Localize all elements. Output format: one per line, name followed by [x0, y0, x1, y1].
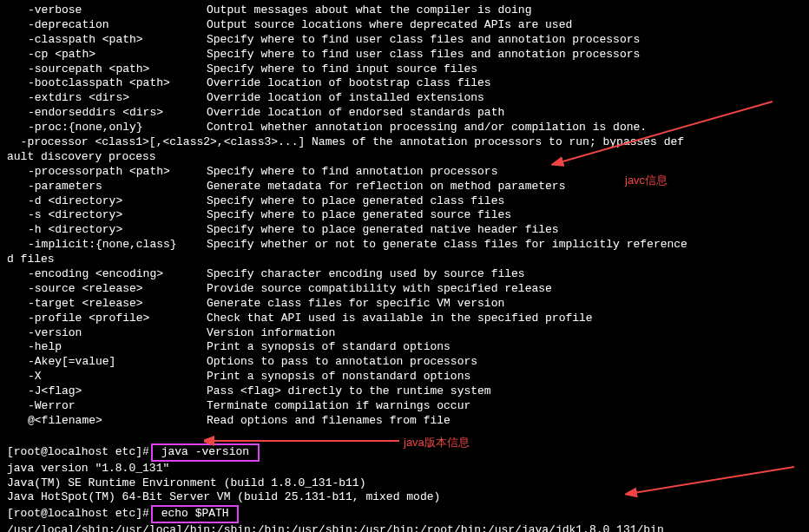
option-key: -J<flag> — [7, 384, 207, 399]
option-key: -X — [7, 370, 207, 384]
option-desc: Specify where to find user class files a… — [207, 48, 640, 62]
option-line: -s <directory>Specify where to place gen… — [7, 208, 802, 223]
path-output: /usr/local/sbin:/usr/local/bin:/sbin:/bi… — [7, 523, 802, 532]
option-line: -verboseOutput messages about what the c… — [7, 3, 802, 18]
option-line: -bootclasspath <path>Override location o… — [7, 76, 802, 91]
option-desc: Specify where to find input source files — [207, 62, 477, 77]
arrow-to-java-version-output — [204, 425, 404, 451]
option-key: @<filename> — [7, 414, 207, 429]
option-key: -processorpath <path> — [7, 165, 207, 180]
option-line: @<filename>Read options and filenames fr… — [7, 414, 802, 429]
option-line: -sourcepath <path>Specify where to find … — [7, 62, 802, 77]
option-implicit: -implicit:{none,class} Specify whether o… — [7, 238, 802, 253]
option-key: -verbose — [7, 3, 207, 18]
option-desc: Provide source compatibility with specif… — [207, 282, 552, 297]
option-key: -parameters — [7, 180, 207, 194]
option-desc: Version information — [207, 326, 335, 341]
option-line: -target <release>Generate class files fo… — [7, 297, 802, 312]
option-key: -d <directory> — [7, 194, 207, 209]
option-key: -source <release> — [7, 282, 207, 297]
option-desc: Print a synopsis of standard options — [207, 340, 451, 355]
option-line: -XPrint a synopsis of nonstandard option… — [7, 370, 802, 384]
option-key: -s <directory> — [7, 208, 207, 223]
terminal-output: -verboseOutput messages about what the c… — [7, 3, 802, 532]
svg-line-0 — [560, 102, 773, 162]
option-line: -versionVersion information — [7, 326, 802, 341]
option-line: -profile <profile>Check that API used is… — [7, 312, 802, 326]
option-line: -source <release>Provide source compatib… — [7, 282, 802, 297]
option-key: -Akey[=value] — [7, 355, 207, 370]
option-key: -extdirs <dirs> — [7, 91, 207, 106]
option-line: -h <directory>Specify where to place gen… — [7, 223, 802, 238]
option-desc: Specify where to place generated native … — [207, 223, 559, 238]
option-desc: Generate class files for specific VM ver… — [207, 297, 504, 312]
arrow-to-javc-annotation — [551, 97, 777, 175]
option-desc: Options to pass to annotation processors — [207, 355, 477, 370]
option-line: -classpath <path>Specify where to find u… — [7, 33, 802, 48]
option-desc: Specify whether or not to generate class… — [207, 238, 687, 253]
prompt-line-echo-path: [root@localhost etc]# echo $PATH — [7, 505, 802, 523]
option-key: -sourcepath <path> — [7, 62, 207, 77]
option-desc: Specify character encoding used by sourc… — [207, 267, 525, 282]
option-line: -helpPrint a synopsis of standard option… — [7, 340, 802, 355]
annotation-javc: javc信息 — [625, 174, 668, 188]
option-line: -d <directory>Specify where to place gen… — [7, 194, 802, 209]
option-desc: Specify where to place generated class f… — [207, 194, 504, 209]
annotation-java-version: java版本信息 — [404, 436, 470, 450]
option-key: -implicit:{none,class} — [7, 238, 207, 253]
shell-prompt: [root@localhost etc]# — [7, 445, 149, 458]
highlight-echo-path-cmd: echo $PATH — [151, 505, 240, 523]
option-key: -endorseddirs <dirs> — [7, 106, 207, 121]
option-line: -parametersGenerate metadata for reflect… — [7, 180, 802, 194]
option-desc: Output source locations where deprecated… — [207, 18, 572, 33]
option-desc: Override location of endorsed standards … — [207, 106, 504, 121]
option-key: -bootclasspath <path> — [7, 76, 207, 91]
option-desc: Specify where to place generated source … — [207, 208, 511, 223]
option-desc: Output messages about what the compiler … — [207, 3, 531, 18]
option-key: -proc:{none,only} — [7, 121, 207, 135]
option-desc: Override location of bootstrap class fil… — [207, 76, 491, 91]
shell-prompt: [root@localhost etc]# — [7, 507, 149, 520]
arrow-to-path-output — [625, 463, 799, 497]
svg-line-2 — [634, 467, 794, 493]
option-desc: Check that API used is available in the … — [207, 312, 593, 326]
option-desc: Override location of installed extension… — [207, 91, 484, 106]
option-key: -target <release> — [7, 297, 207, 312]
option-desc: Terminate compilation if warnings occur — [207, 399, 470, 414]
option-line: -encoding <encoding>Specify character en… — [7, 267, 802, 282]
option-line: -J<flag>Pass <flag> directly to the runt… — [7, 384, 802, 399]
option-desc: Generate metadata for reflection on meth… — [207, 180, 565, 194]
option-key: -deprecation — [7, 18, 207, 33]
option-desc: Specify where to find annotation process… — [207, 165, 497, 180]
option-key: -encoding <encoding> — [7, 267, 207, 282]
option-key: -help — [7, 340, 207, 355]
option-desc: Print a synopsis of nonstandard options — [207, 370, 470, 384]
option-key: -Werror — [7, 399, 207, 414]
option-desc: Pass <flag> directly to the runtime syst… — [207, 384, 491, 399]
option-line: -Akey[=value]Options to pass to annotati… — [7, 355, 802, 370]
option-desc: Specify where to find user class files a… — [207, 33, 640, 48]
option-key: -profile <profile> — [7, 312, 207, 326]
option-line: -deprecationOutput source locations wher… — [7, 18, 802, 33]
option-key: -cp <path> — [7, 48, 207, 62]
option-key: -version — [7, 326, 207, 341]
option-key: -classpath <path> — [7, 33, 207, 48]
option-line: -WerrorTerminate compilation if warnings… — [7, 399, 802, 414]
option-implicit-cont: d files — [7, 253, 802, 267]
option-key: -h <directory> — [7, 223, 207, 238]
option-line: -cp <path>Specify where to find user cla… — [7, 48, 802, 62]
